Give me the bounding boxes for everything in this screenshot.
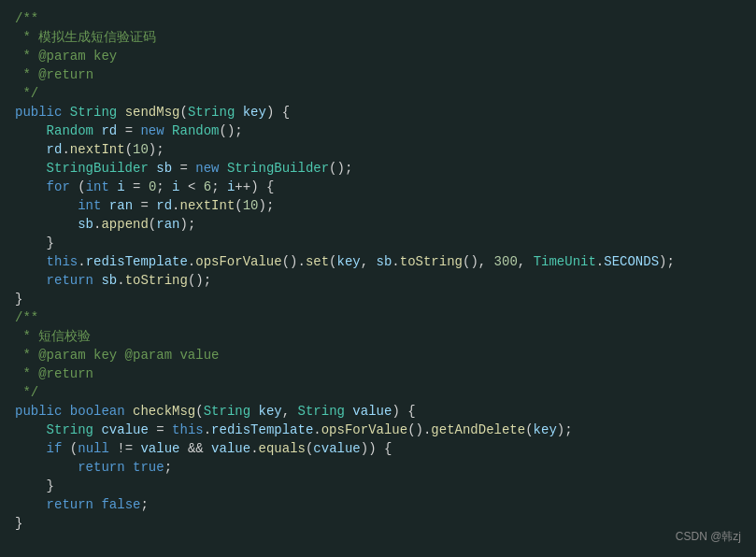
code-line-12: sb.append(ran); — [15, 215, 741, 234]
code-line-5: */ — [15, 84, 741, 103]
code-line-15: return sb.toString(); — [15, 271, 741, 290]
code-line-21: */ — [15, 383, 741, 402]
code-line-24: if (null != value && value.equals(cvalue… — [15, 439, 741, 458]
code-line-28: } — [15, 514, 741, 533]
code-line-18: * 短信校验 — [15, 327, 741, 346]
code-line-17: /** — [15, 308, 741, 327]
watermark: CSDN @韩zj — [676, 527, 741, 546]
code-line-16: } — [15, 290, 741, 308]
code-line-8: rd.nextInt(10); — [15, 140, 741, 159]
code-line-11: int ran = rd.nextInt(10); — [15, 196, 741, 215]
code-line-6: public String sendMsg(String key) { — [15, 103, 741, 121]
code-line-1: /** — [15, 9, 741, 28]
code-line-27: return false; — [15, 495, 741, 514]
code-line-4: * @return — [15, 65, 741, 84]
code-line-13: } — [15, 234, 741, 252]
code-line-10: for (int i = 0; i < 6; i++) { — [15, 178, 741, 196]
code-line-25: return true; — [15, 458, 741, 477]
code-line-9: StringBuilder sb = new StringBuilder(); — [15, 159, 741, 178]
code-editor: /** * 模拟生成短信验证码 * @param key * @return *… — [0, 0, 756, 557]
code-line-26: } — [15, 477, 741, 495]
code-line-14: this.redisTemplate.opsForValue().set(key… — [15, 252, 741, 271]
code-line-19: * @param key @param value — [15, 346, 741, 364]
code-line-2: * 模拟生成短信验证码 — [15, 28, 741, 47]
code-line-7: Random rd = new Random(); — [15, 121, 741, 140]
code-line-23: String cvalue = this.redisTemplate.opsFo… — [15, 421, 741, 439]
code-line-3: * @param key — [15, 47, 741, 65]
code-line-20: * @return — [15, 364, 741, 383]
code-line-22: public boolean checkMsg(String key, Stri… — [15, 402, 741, 421]
